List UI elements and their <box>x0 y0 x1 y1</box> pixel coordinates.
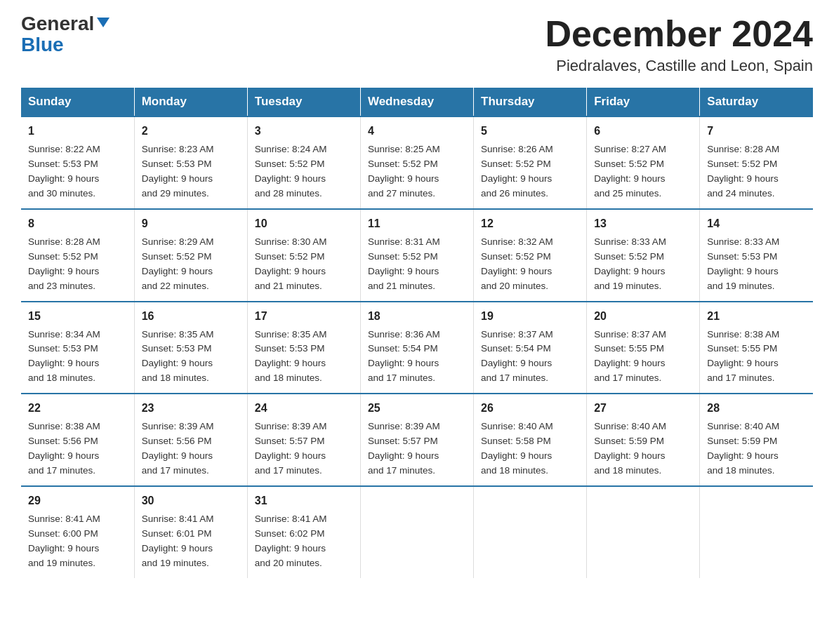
calendar-cell: 14Sunrise: 8:33 AMSunset: 5:53 PMDayligh… <box>700 209 813 302</box>
calendar-cell <box>587 486 700 578</box>
calendar-cell: 13Sunrise: 8:33 AMSunset: 5:52 PMDayligh… <box>587 209 700 302</box>
calendar-cell: 1Sunrise: 8:22 AMSunset: 5:53 PMDaylight… <box>21 116 134 209</box>
calendar-cell: 10Sunrise: 8:30 AMSunset: 5:52 PMDayligh… <box>247 209 360 302</box>
calendar-cell: 30Sunrise: 8:41 AMSunset: 6:01 PMDayligh… <box>134 486 247 578</box>
day-number: 2 <box>142 123 240 140</box>
day-number: 30 <box>142 492 240 509</box>
calendar-week-row: 22Sunrise: 8:38 AMSunset: 5:56 PMDayligh… <box>21 394 813 486</box>
calendar-cell: 5Sunrise: 8:26 AMSunset: 5:52 PMDaylight… <box>474 116 587 209</box>
calendar-cell: 8Sunrise: 8:28 AMSunset: 5:52 PMDaylight… <box>21 209 134 302</box>
day-info: Sunrise: 8:34 AMSunset: 5:53 PMDaylight:… <box>28 328 127 387</box>
calendar-cell: 18Sunrise: 8:36 AMSunset: 5:54 PMDayligh… <box>360 302 473 394</box>
day-number: 22 <box>28 400 127 417</box>
day-number: 20 <box>594 308 692 325</box>
day-info: Sunrise: 8:37 AMSunset: 5:54 PMDaylight:… <box>481 328 579 387</box>
day-number: 24 <box>255 400 353 417</box>
day-number: 10 <box>255 215 353 232</box>
day-number: 11 <box>368 215 466 232</box>
calendar-cell: 3Sunrise: 8:24 AMSunset: 5:52 PMDaylight… <box>247 116 360 209</box>
day-number: 4 <box>368 123 466 140</box>
day-info: Sunrise: 8:27 AMSunset: 5:52 PMDaylight:… <box>594 142 692 201</box>
calendar-cell: 28Sunrise: 8:40 AMSunset: 5:59 PMDayligh… <box>700 394 813 486</box>
day-info: Sunrise: 8:35 AMSunset: 5:53 PMDaylight:… <box>255 328 353 387</box>
day-info: Sunrise: 8:29 AMSunset: 5:52 PMDaylight:… <box>142 235 240 294</box>
day-info: Sunrise: 8:33 AMSunset: 5:52 PMDaylight:… <box>594 235 692 294</box>
day-info: Sunrise: 8:39 AMSunset: 5:56 PMDaylight:… <box>142 420 240 478</box>
day-info: Sunrise: 8:41 AMSunset: 6:02 PMDaylight:… <box>255 512 353 571</box>
calendar-cell <box>700 486 813 578</box>
logo: General Blue <box>21 14 111 55</box>
logo-arrow-icon <box>95 15 111 30</box>
day-info: Sunrise: 8:33 AMSunset: 5:53 PMDaylight:… <box>707 235 806 294</box>
svg-marker-0 <box>97 18 110 27</box>
calendar-cell: 31Sunrise: 8:41 AMSunset: 6:02 PMDayligh… <box>247 486 360 578</box>
logo-text-blue: Blue <box>21 35 64 55</box>
day-number: 3 <box>255 123 353 140</box>
day-number: 1 <box>28 123 127 140</box>
calendar-cell <box>360 486 473 578</box>
day-number: 9 <box>142 215 240 232</box>
day-info: Sunrise: 8:40 AMSunset: 5:59 PMDaylight:… <box>594 420 692 478</box>
col-header-wednesday: Wednesday <box>360 88 473 116</box>
day-number: 14 <box>707 215 806 232</box>
calendar-cell: 12Sunrise: 8:32 AMSunset: 5:52 PMDayligh… <box>474 209 587 302</box>
day-number: 15 <box>28 308 127 325</box>
calendar-week-row: 29Sunrise: 8:41 AMSunset: 6:00 PMDayligh… <box>21 486 813 578</box>
day-info: Sunrise: 8:41 AMSunset: 6:00 PMDaylight:… <box>28 512 127 571</box>
day-info: Sunrise: 8:23 AMSunset: 5:53 PMDaylight:… <box>142 142 240 201</box>
day-number: 19 <box>481 308 579 325</box>
day-info: Sunrise: 8:24 AMSunset: 5:52 PMDaylight:… <box>255 142 353 201</box>
day-info: Sunrise: 8:40 AMSunset: 5:58 PMDaylight:… <box>481 420 579 478</box>
logo-text-general: General <box>21 14 94 34</box>
day-info: Sunrise: 8:31 AMSunset: 5:52 PMDaylight:… <box>368 235 466 294</box>
day-number: 26 <box>481 400 579 417</box>
calendar-cell: 19Sunrise: 8:37 AMSunset: 5:54 PMDayligh… <box>474 302 587 394</box>
day-number: 12 <box>481 215 579 232</box>
calendar-cell: 29Sunrise: 8:41 AMSunset: 6:00 PMDayligh… <box>21 486 134 578</box>
day-number: 21 <box>707 308 806 325</box>
day-info: Sunrise: 8:38 AMSunset: 5:56 PMDaylight:… <box>28 420 127 478</box>
day-number: 13 <box>594 215 692 232</box>
day-number: 6 <box>594 123 692 140</box>
day-info: Sunrise: 8:38 AMSunset: 5:55 PMDaylight:… <box>707 328 806 387</box>
calendar-cell: 9Sunrise: 8:29 AMSunset: 5:52 PMDaylight… <box>134 209 247 302</box>
col-header-saturday: Saturday <box>700 88 813 116</box>
calendar-cell <box>474 486 587 578</box>
calendar-cell: 15Sunrise: 8:34 AMSunset: 5:53 PMDayligh… <box>21 302 134 394</box>
day-info: Sunrise: 8:25 AMSunset: 5:52 PMDaylight:… <box>368 142 466 201</box>
day-number: 17 <box>255 308 353 325</box>
calendar-cell: 11Sunrise: 8:31 AMSunset: 5:52 PMDayligh… <box>360 209 473 302</box>
day-info: Sunrise: 8:39 AMSunset: 5:57 PMDaylight:… <box>368 420 466 478</box>
day-info: Sunrise: 8:30 AMSunset: 5:52 PMDaylight:… <box>255 235 353 294</box>
page-subtitle: Piedralaves, Castille and Leon, Spain <box>545 57 813 75</box>
day-info: Sunrise: 8:28 AMSunset: 5:52 PMDaylight:… <box>28 235 127 294</box>
day-number: 7 <box>707 123 806 140</box>
day-number: 25 <box>368 400 466 417</box>
calendar-cell: 26Sunrise: 8:40 AMSunset: 5:58 PMDayligh… <box>474 394 587 486</box>
title-block: December 2024 Piedralaves, Castille and … <box>545 14 813 75</box>
col-header-thursday: Thursday <box>474 88 587 116</box>
day-info: Sunrise: 8:28 AMSunset: 5:52 PMDaylight:… <box>707 142 806 201</box>
calendar-cell: 23Sunrise: 8:39 AMSunset: 5:56 PMDayligh… <box>134 394 247 486</box>
day-number: 31 <box>255 492 353 509</box>
day-number: 16 <box>142 308 240 325</box>
calendar-week-row: 8Sunrise: 8:28 AMSunset: 5:52 PMDaylight… <box>21 209 813 302</box>
calendar-cell: 7Sunrise: 8:28 AMSunset: 5:52 PMDaylight… <box>700 116 813 209</box>
day-info: Sunrise: 8:39 AMSunset: 5:57 PMDaylight:… <box>255 420 353 478</box>
page-title: December 2024 <box>545 14 813 54</box>
day-number: 5 <box>481 123 579 140</box>
day-number: 18 <box>368 308 466 325</box>
calendar-cell: 16Sunrise: 8:35 AMSunset: 5:53 PMDayligh… <box>134 302 247 394</box>
calendar-cell: 25Sunrise: 8:39 AMSunset: 5:57 PMDayligh… <box>360 394 473 486</box>
day-info: Sunrise: 8:35 AMSunset: 5:53 PMDaylight:… <box>142 328 240 387</box>
col-header-monday: Monday <box>134 88 247 116</box>
col-header-sunday: Sunday <box>21 88 134 116</box>
day-number: 29 <box>28 492 127 509</box>
day-number: 23 <box>142 400 240 417</box>
day-info: Sunrise: 8:40 AMSunset: 5:59 PMDaylight:… <box>707 420 806 478</box>
day-info: Sunrise: 8:41 AMSunset: 6:01 PMDaylight:… <box>142 512 240 571</box>
day-number: 28 <box>707 400 806 417</box>
calendar-cell: 24Sunrise: 8:39 AMSunset: 5:57 PMDayligh… <box>247 394 360 486</box>
day-number: 27 <box>594 400 692 417</box>
day-info: Sunrise: 8:36 AMSunset: 5:54 PMDaylight:… <box>368 328 466 387</box>
